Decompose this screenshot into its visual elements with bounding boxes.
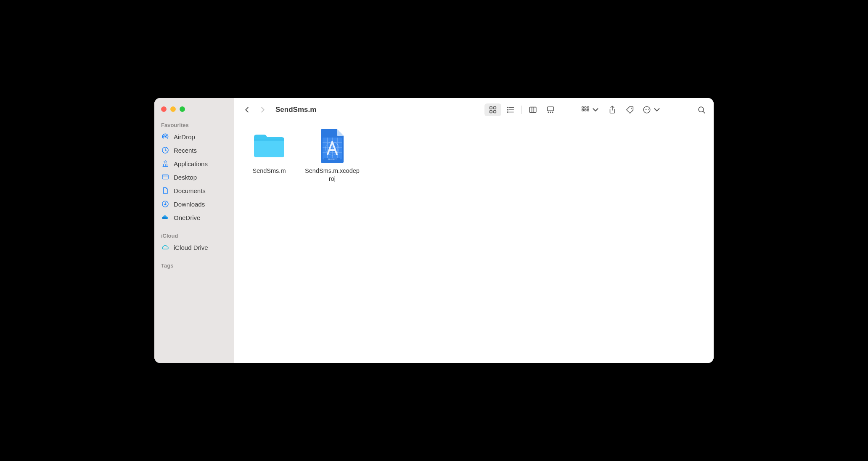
minimize-window-button[interactable] xyxy=(170,106,176,112)
svg-point-32 xyxy=(648,109,649,110)
applications-icon xyxy=(161,159,169,168)
svg-point-9 xyxy=(508,107,508,108)
view-icon-button[interactable] xyxy=(484,103,501,116)
sidebar-header-tags: Tags xyxy=(154,260,234,270)
sidebar-item-label: AirDrop xyxy=(174,133,195,140)
sidebar-item-label: Recents xyxy=(174,147,197,154)
search-button[interactable] xyxy=(696,104,707,115)
sidebar-item-applications[interactable]: Applications xyxy=(154,157,234,170)
svg-rect-19 xyxy=(548,112,549,113)
svg-point-13 xyxy=(508,112,508,113)
forward-button[interactable] xyxy=(257,104,269,116)
sidebar-item-desktop[interactable]: Desktop xyxy=(154,170,234,184)
sidebar-header-favourites: Favourites xyxy=(154,119,234,130)
chevron-down-icon xyxy=(652,105,662,114)
view-column-button[interactable] xyxy=(524,103,541,116)
download-icon xyxy=(161,200,169,208)
sidebar-item-icloud-drive[interactable]: iCloud Drive xyxy=(154,241,234,254)
view-list-button[interactable] xyxy=(502,103,519,116)
svg-rect-8 xyxy=(494,111,496,113)
sidebar-item-onedrive[interactable]: OneDrive xyxy=(154,211,234,224)
svg-line-34 xyxy=(703,111,705,113)
svg-rect-25 xyxy=(582,109,584,111)
svg-point-28 xyxy=(631,108,632,109)
toolbar-separator xyxy=(521,106,522,114)
fullscreen-window-button[interactable] xyxy=(180,106,185,112)
group-by-button[interactable] xyxy=(581,104,600,115)
svg-rect-22 xyxy=(582,107,584,109)
svg-rect-5 xyxy=(490,107,492,109)
svg-rect-6 xyxy=(494,107,496,109)
sidebar-item-label: Documents xyxy=(174,187,206,194)
svg-point-31 xyxy=(646,109,647,110)
file-label: SendSms.m xyxy=(253,167,286,175)
file-item-xcodeproj[interactable]: PROJECT SendSms.m.xcodeproj xyxy=(305,127,360,183)
sidebar-item-downloads[interactable]: Downloads xyxy=(154,197,234,211)
close-window-button[interactable] xyxy=(161,106,167,112)
sidebar-item-documents[interactable]: Documents xyxy=(154,184,234,197)
svg-rect-35 xyxy=(254,140,284,140)
xcode-project-icon: PROJECT xyxy=(314,127,351,164)
svg-rect-15 xyxy=(529,107,536,113)
finder-window: Favourites AirDrop Recents xyxy=(154,98,714,363)
cloud-icon xyxy=(161,243,169,252)
svg-rect-7 xyxy=(490,111,492,113)
sidebar-item-label: OneDrive xyxy=(174,214,200,221)
clock-icon xyxy=(161,146,169,154)
document-icon xyxy=(161,186,169,195)
svg-rect-23 xyxy=(585,107,586,109)
airdrop-icon xyxy=(161,132,169,141)
file-item-folder[interactable]: SendSms.m xyxy=(242,127,296,183)
view-gallery-button[interactable] xyxy=(542,103,559,116)
svg-point-11 xyxy=(508,109,508,110)
sidebar-item-label: Applications xyxy=(174,160,208,167)
more-actions-button[interactable] xyxy=(642,104,662,115)
sidebar-header-icloud: iCloud xyxy=(154,230,234,241)
svg-text:PROJECT: PROJECT xyxy=(328,159,336,161)
sidebar-item-recents[interactable]: Recents xyxy=(154,143,234,157)
desktop-icon xyxy=(161,173,169,181)
svg-rect-26 xyxy=(585,109,586,111)
sidebar-item-label: iCloud Drive xyxy=(174,244,208,251)
svg-rect-24 xyxy=(587,107,589,109)
window-controls xyxy=(154,105,234,119)
svg-point-30 xyxy=(645,109,646,110)
sidebar-item-label: Downloads xyxy=(174,201,205,208)
folder-icon xyxy=(251,127,288,164)
sidebar-item-airdrop[interactable]: AirDrop xyxy=(154,130,234,143)
toolbar-actions xyxy=(581,104,707,115)
svg-rect-18 xyxy=(548,107,554,111)
svg-rect-20 xyxy=(550,112,551,113)
sidebar-item-label: Desktop xyxy=(174,174,197,181)
svg-point-0 xyxy=(164,136,166,138)
share-button[interactable] xyxy=(607,104,618,115)
svg-rect-21 xyxy=(552,112,553,113)
toolbar: SendSms.m xyxy=(234,98,714,122)
back-button[interactable] xyxy=(241,104,253,116)
file-grid[interactable]: SendSms.m xyxy=(234,122,714,363)
onedrive-icon xyxy=(161,213,169,222)
file-label: SendSms.m.xcodeproj xyxy=(305,167,360,183)
main-area: SendSms.m xyxy=(234,98,714,363)
chevron-down-icon xyxy=(591,105,600,114)
svg-rect-27 xyxy=(587,109,589,111)
tags-button[interactable] xyxy=(625,104,635,115)
sidebar: Favourites AirDrop Recents xyxy=(154,98,234,363)
svg-rect-2 xyxy=(162,175,168,179)
window-title: SendSms.m xyxy=(275,106,316,114)
view-mode-group xyxy=(484,103,560,117)
